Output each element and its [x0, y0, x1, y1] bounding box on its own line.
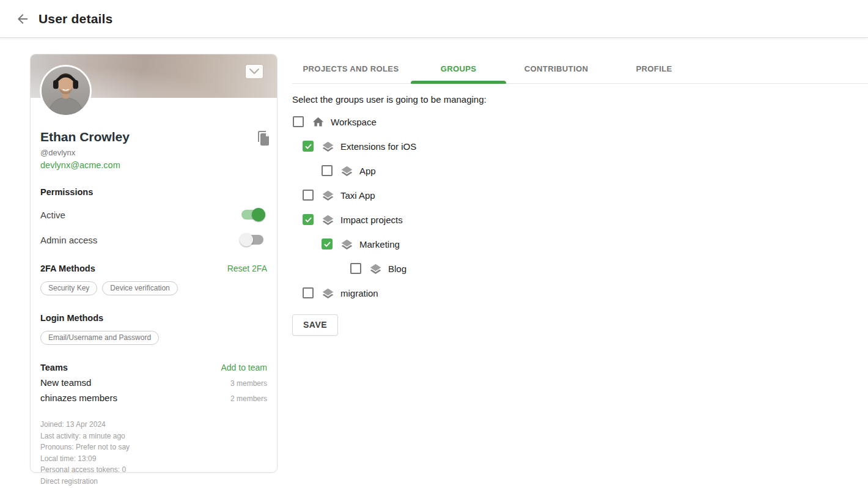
tree-item-marketing: Marketing: [292, 232, 868, 256]
twofa-chip: Security Key: [40, 281, 97, 295]
tree-item-extensions-for-ios: Extensions for iOS: [292, 134, 868, 158]
toggle-row-active: Active: [40, 207, 267, 222]
tab-projects-and-roles[interactable]: PROJECTS AND ROLES: [292, 54, 410, 83]
group-checkbox[interactable]: [303, 190, 314, 201]
meta-joined: Joined: 13 Apr 2024: [40, 419, 267, 431]
avatar: [40, 65, 92, 117]
team-name: New teamsd: [40, 377, 91, 388]
group-label: Marketing: [359, 239, 400, 250]
group-checkbox[interactable]: [350, 263, 361, 274]
add-to-team-link[interactable]: Add to team: [221, 363, 268, 372]
save-button[interactable]: SAVE: [292, 314, 338, 336]
toggle-label: Active: [40, 210, 65, 220]
group-label: Blog: [388, 264, 406, 274]
login-chips: Email/Username and Password: [40, 331, 267, 345]
user-metadata: Joined: 13 Apr 2024 Last activity: a min…: [40, 419, 267, 487]
tab-contribution[interactable]: CONTRIBUTION: [507, 54, 605, 83]
meta-pronouns: Pronouns: Prefer not to say: [40, 442, 267, 453]
admin-access-toggle[interactable]: [241, 235, 263, 245]
home-icon: [312, 116, 325, 128]
layers-icon: [322, 140, 334, 153]
back-arrow-icon[interactable]: [15, 12, 30, 26]
tab-label: PROJECTS AND ROLES: [303, 64, 399, 73]
groups-tree: Workspace Extensions for iOS App: [292, 109, 868, 305]
tree-item-app: App: [292, 158, 868, 183]
layers-icon: [322, 287, 334, 300]
group-label: migration: [340, 288, 378, 298]
tree-item-migration: migration: [292, 281, 868, 305]
group-checkbox[interactable]: [322, 165, 333, 176]
tab-label: CONTRIBUTION: [524, 64, 588, 73]
twofa-heading: 2FA Methods: [40, 264, 95, 273]
login-methods-heading: Login Methods: [40, 313, 267, 323]
group-label: Extensions for iOS: [340, 141, 416, 152]
group-checkbox[interactable]: [303, 214, 314, 225]
user-name: Ethan Crowley: [40, 130, 267, 144]
toggle-row-admin: Admin access: [40, 232, 267, 247]
meta-last-activity: Last activity: a minute ago: [40, 431, 267, 442]
team-name: chinazes members: [40, 393, 117, 403]
tab-groups[interactable]: GROUPS: [410, 54, 507, 83]
page-title: User details: [39, 12, 112, 26]
team-members-count: 3 members: [230, 379, 267, 388]
layers-icon: [322, 189, 334, 202]
team-members-count: 2 members: [230, 394, 267, 403]
team-row: New teamsd 3 members: [40, 377, 267, 388]
user-email-link[interactable]: devlynx@acme.com: [40, 160, 120, 170]
reset-2fa-link[interactable]: Reset 2FA: [227, 264, 267, 273]
layers-icon: [369, 262, 382, 275]
tab-label: GROUPS: [441, 64, 477, 73]
copy-icon[interactable]: [256, 130, 271, 147]
user-details-panel: PROJECTS AND ROLES GROUPS CONTRIBUTION P…: [292, 54, 868, 336]
group-checkbox[interactable]: [303, 141, 314, 152]
group-label: Workspace: [331, 117, 377, 127]
toggle-label: Admin access: [40, 235, 97, 245]
permissions-heading: Permissions: [40, 187, 267, 197]
group-checkbox[interactable]: [322, 238, 333, 250]
meta-access-tokens: Personal access tokens: 0: [40, 464, 267, 476]
group-checkbox[interactable]: [303, 287, 314, 298]
group-label: App: [359, 166, 376, 176]
group-checkbox[interactable]: [293, 116, 304, 127]
teams-heading: Teams: [40, 363, 68, 372]
tree-item-blog: Blog: [292, 256, 868, 281]
user-profile-card: Ethan Crowley @devlynx devlynx@acme.com …: [30, 54, 278, 473]
tab-bar: PROJECTS AND ROLES GROUPS CONTRIBUTION P…: [292, 54, 868, 84]
tree-item-taxi-app: Taxi App: [292, 183, 868, 207]
tree-item-workspace: Workspace: [292, 109, 868, 134]
twofa-chips: Security Key Device verification: [40, 281, 267, 295]
active-toggle[interactable]: [241, 210, 263, 220]
twofa-chip: Device verification: [102, 281, 177, 295]
page-header: User details: [0, 0, 868, 38]
layers-icon: [322, 213, 334, 226]
group-label: Taxi App: [340, 190, 375, 201]
groups-instruction: Select the groups user is going to be ma…: [292, 94, 868, 105]
tree-item-impact-projects: Impact projects: [292, 207, 868, 232]
group-label: Impact projects: [340, 215, 403, 225]
tab-profile[interactable]: PROFILE: [605, 54, 703, 83]
layers-icon: [340, 165, 353, 177]
team-row: chinazes members 2 members: [40, 393, 267, 403]
mail-icon[interactable]: [246, 65, 263, 78]
login-chip: Email/Username and Password: [40, 331, 159, 345]
user-handle: @devlynx: [40, 148, 267, 157]
meta-registration: Direct registration: [40, 476, 267, 487]
tab-label: PROFILE: [636, 64, 672, 73]
meta-local-time: Local time: 13:09: [40, 453, 267, 465]
layers-icon: [340, 238, 353, 251]
